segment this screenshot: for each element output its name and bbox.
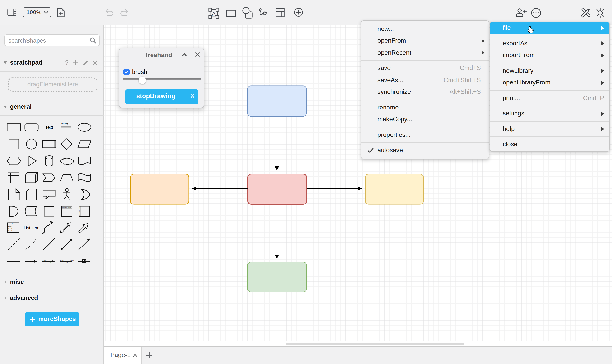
svg-text:Item 3: Item 3: [8, 230, 12, 232]
svg-text:Text: Text: [45, 125, 53, 130]
svg-text:Source: Source: [42, 260, 47, 261]
svg-text:Vertical Container: Vertical Container: [62, 207, 71, 208]
svg-text:Item 2: Item 2: [8, 228, 12, 230]
svg-text:Label: Label: [28, 260, 33, 262]
svg-text:Horizontal Container: Horizontal Container: [79, 206, 81, 216]
svg-text:Label: Label: [66, 261, 69, 263]
svg-text:List Item: List Item: [24, 226, 39, 230]
svg-text:A: A: [212, 10, 216, 17]
svg-text:Label: Label: [49, 261, 52, 263]
svg-text:Heading: Heading: [62, 123, 68, 125]
svg-text:List: List: [12, 223, 15, 225]
svg-text:Item 1: Item 1: [8, 226, 12, 228]
svg-text:Source: Source: [60, 260, 64, 261]
